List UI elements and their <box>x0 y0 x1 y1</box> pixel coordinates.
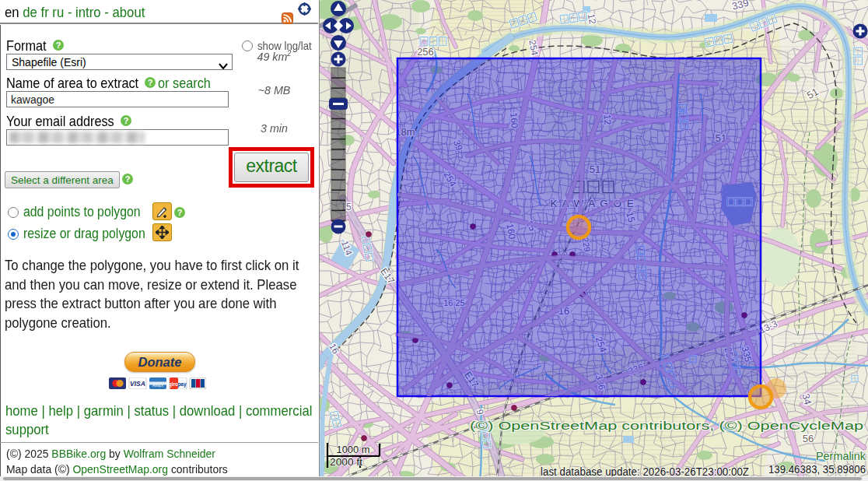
svg-text:AMEX: AMEX <box>152 383 164 388</box>
svg-text:256: 256 <box>417 46 434 58</box>
svg-text:(©) OpenStreetMap contributors: (©) OpenStreetMap contributors, (©) Open… <box>470 420 863 432</box>
svg-text:VISA: VISA <box>130 380 145 388</box>
svg-text:2000 ft: 2000 ft <box>330 456 362 468</box>
svg-text:giro: giro <box>169 381 178 388</box>
svg-text:139.46383, 35.89806: 139.46383, 35.89806 <box>768 462 866 476</box>
svg-text:Permalink: Permalink <box>816 450 866 462</box>
svg-text:56: 56 <box>803 433 814 444</box>
svg-text:12: 12 <box>586 13 598 26</box>
svg-text:1000 m: 1000 m <box>337 444 370 455</box>
svg-text:pay: pay <box>177 381 187 388</box>
